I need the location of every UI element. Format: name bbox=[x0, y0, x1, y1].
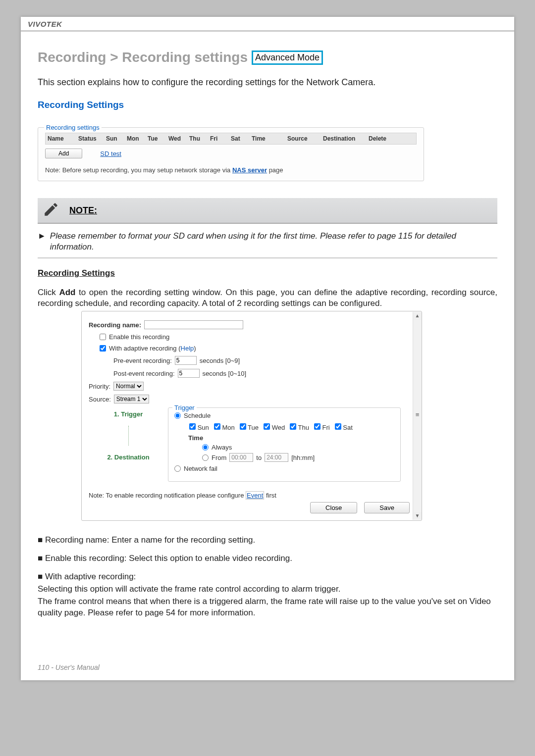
save-button[interactable]: Save bbox=[364, 502, 410, 513]
pre-event-unit: seconds [0~9] bbox=[200, 357, 240, 364]
nas-server-link[interactable]: NAS server bbox=[232, 166, 267, 174]
col-delete: Delete bbox=[369, 135, 398, 142]
col-status: Status bbox=[78, 135, 105, 142]
scroll-down-icon[interactable]: ▼ bbox=[413, 512, 422, 520]
hhmm-label: [hh:mm] bbox=[291, 454, 315, 461]
b3b: Selecting this option will activate the … bbox=[38, 584, 340, 594]
time-label: Time bbox=[188, 434, 394, 442]
b1: Recording name: Enter a name for the rec… bbox=[45, 535, 255, 545]
advanced-mode-badge: Advanced Mode bbox=[252, 50, 323, 65]
source-select[interactable]: Stream 1 bbox=[114, 395, 149, 403]
event-link[interactable]: Event bbox=[246, 491, 264, 500]
lbl-wed: Wed bbox=[272, 424, 285, 431]
add-paragraph: Click Add to open the recording setting … bbox=[38, 287, 497, 309]
chk-mon[interactable] bbox=[214, 423, 220, 430]
event-note-prefix: Note: To enable recording notification p… bbox=[89, 492, 246, 499]
scroll-mid-icon: ≡ bbox=[413, 411, 422, 419]
adaptive-label-1: With adaptive recording ( bbox=[109, 345, 181, 352]
adaptive-checkbox[interactable] bbox=[100, 345, 106, 352]
source-label: Source: bbox=[89, 396, 111, 403]
lbl-sat: Sat bbox=[343, 424, 353, 431]
lbl-mon: Mon bbox=[222, 424, 234, 431]
pre-event-input[interactable] bbox=[175, 356, 197, 365]
from-radio[interactable] bbox=[202, 454, 209, 461]
lbl-fri: Fri bbox=[322, 424, 330, 431]
b2: Enable this recording: Select this optio… bbox=[45, 554, 292, 563]
col-wed: Wed bbox=[168, 135, 188, 142]
scroll-up-icon[interactable]: ▲ bbox=[413, 312, 422, 320]
recording-name-input[interactable] bbox=[144, 320, 243, 329]
col-mon: Mon bbox=[127, 135, 147, 142]
priority-label: Priority: bbox=[89, 383, 110, 390]
note-block: NOTE: bbox=[38, 198, 497, 224]
recording-name-label: Recording name: bbox=[89, 321, 141, 329]
always-radio[interactable] bbox=[202, 444, 209, 451]
enable-label: Enable this recording bbox=[109, 333, 169, 341]
b3c: The frame control means that when there … bbox=[38, 597, 491, 617]
adaptive-label-2: ) bbox=[194, 345, 196, 352]
scrollbar[interactable]: ▲ ≡ ▼ bbox=[413, 312, 422, 520]
nas-note: Note: Before setup recording, you may se… bbox=[45, 166, 417, 174]
schedule-radio[interactable] bbox=[174, 412, 181, 419]
col-source: Source bbox=[287, 135, 322, 142]
footer-text: User's Manual bbox=[55, 663, 100, 671]
note-text: ► Please remember to format your SD card… bbox=[38, 231, 497, 258]
event-note: Note: To enable recording notification p… bbox=[89, 492, 415, 499]
trigger-fieldset: Trigger Schedule Sun Mon Tue Wed Thu Fri… bbox=[168, 407, 401, 482]
footer-page: 110 - bbox=[38, 663, 55, 671]
col-tue: Tue bbox=[148, 135, 167, 142]
col-destination: Destination bbox=[323, 135, 368, 142]
recording-form: ▲ ≡ ▼ Recording name: Enable this record… bbox=[81, 311, 422, 521]
step-trigger[interactable]: 1. Trigger bbox=[114, 410, 143, 418]
addp-suffix: to open the recording setting window. On… bbox=[38, 288, 497, 308]
priority-select[interactable]: Normal bbox=[113, 382, 144, 391]
pencil-icon bbox=[43, 201, 59, 220]
always-label: Always bbox=[212, 444, 232, 451]
post-event-input[interactable] bbox=[178, 369, 200, 378]
wizard-line bbox=[128, 426, 129, 446]
network-fail-radio[interactable] bbox=[174, 465, 181, 472]
schedule-label: Schedule bbox=[184, 412, 211, 419]
chk-sat[interactable] bbox=[335, 423, 341, 430]
step-destination[interactable]: 2. Destination bbox=[107, 454, 149, 461]
close-button[interactable]: Close bbox=[310, 502, 357, 513]
lbl-tue: Tue bbox=[248, 424, 259, 431]
recording-settings-heading: Recording Settings bbox=[38, 268, 497, 278]
recording-settings-panel: Recording settings Name Status Sun Mon T… bbox=[38, 127, 424, 181]
col-name: Name bbox=[48, 135, 77, 142]
col-time: Time bbox=[252, 135, 286, 142]
from-label: From bbox=[212, 454, 226, 461]
arrow-icon: ► bbox=[38, 231, 46, 252]
col-fri: Fri bbox=[210, 135, 230, 142]
page-title: Recording > Recording settings bbox=[38, 50, 248, 65]
enable-checkbox[interactable] bbox=[100, 334, 106, 340]
nas-note-prefix: Note: Before setup recording, you may se… bbox=[45, 166, 232, 174]
b3: With adaptive recording: bbox=[45, 572, 136, 581]
sd-test-link[interactable]: SD test bbox=[100, 150, 121, 157]
note-label: NOTE: bbox=[69, 205, 97, 216]
bullet-list: ■ Recording name: Enter a name for the r… bbox=[38, 535, 497, 619]
to-input[interactable] bbox=[265, 453, 288, 462]
col-sat: Sat bbox=[231, 135, 251, 142]
days-row: Sun Mon Tue Wed Thu Fri Sat bbox=[189, 423, 394, 431]
col-sun: Sun bbox=[106, 135, 126, 142]
chk-tue[interactable] bbox=[240, 423, 246, 430]
from-input[interactable] bbox=[229, 453, 253, 462]
nas-note-suffix: page bbox=[267, 166, 283, 174]
addp-prefix: Click bbox=[38, 288, 59, 297]
brand: VIVOTEK bbox=[28, 20, 62, 28]
footer: 110 - User's Manual bbox=[38, 663, 100, 671]
chk-fri[interactable] bbox=[314, 423, 321, 430]
post-event-label: Post-event recording: bbox=[113, 370, 175, 377]
chk-sun[interactable] bbox=[189, 423, 196, 430]
trigger-legend: Trigger bbox=[172, 404, 197, 411]
recording-table-header: Name Status Sun Mon Tue Wed Thu Fri Sat … bbox=[45, 133, 417, 145]
fieldset-legend: Recording settings bbox=[44, 124, 102, 131]
event-note-suffix: first bbox=[264, 492, 276, 499]
add-button[interactable]: Add bbox=[45, 149, 82, 158]
chk-wed[interactable] bbox=[264, 423, 270, 430]
addp-bold: Add bbox=[59, 288, 75, 297]
note-body: Please remember to format your SD card w… bbox=[50, 231, 497, 252]
chk-thu[interactable] bbox=[290, 423, 296, 430]
help-link[interactable]: Help bbox=[181, 345, 194, 352]
